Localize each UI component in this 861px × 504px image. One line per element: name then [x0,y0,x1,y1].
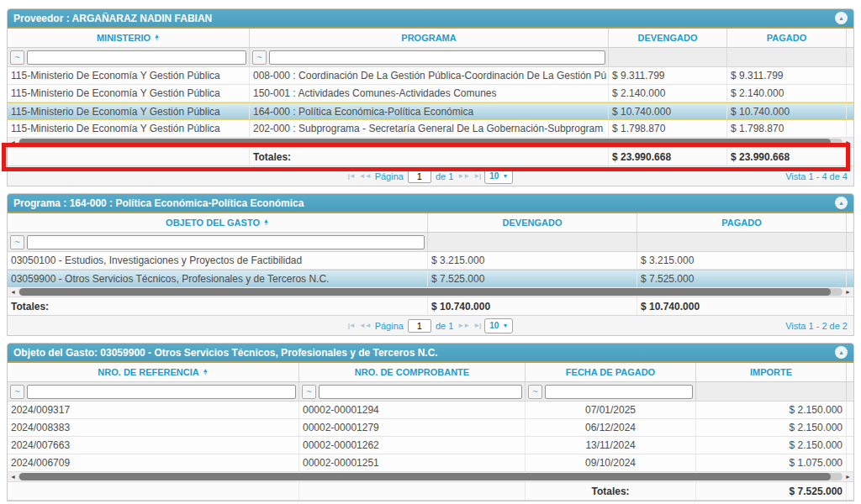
column-header-comprobante[interactable]: NRO. DE COMPROBANTE [299,363,526,381]
cell-pagado: $ 2.140.000 [727,85,847,102]
pager: |◄ ◄◄ Página de 1 ►► ►| 10 ▼ Vista 1 - 2… [8,316,853,335]
pager-page-label: Página [375,321,404,331]
pager-page-label: Página [375,171,404,181]
filter-input-programa[interactable] [269,50,605,65]
scrollbar-track[interactable] [18,288,843,296]
pager-prev-icon[interactable]: ◄◄ [359,322,371,329]
chevron-down-icon: ▼ [502,173,508,179]
panel-proveedor-titlebar: Proveedor : ARGAÑARAZ NADIN FABIAN ▲ [8,9,853,29]
cell-importe: $ 1.075.000 [696,454,847,471]
pager-page-size-select[interactable]: 10 ▼ [484,169,513,184]
filter-cell-pagado [727,48,847,66]
filter-row: ~ ~ ~ [8,382,853,402]
pager-page-input[interactable] [408,319,431,333]
scrollbar-left-arrow-icon[interactable]: ◄ [10,139,16,145]
filter-cell-referencia: ~ [8,382,299,401]
cell-devengado: $ 1.798.870 [609,120,727,137]
filter-input-referencia[interactable] [27,385,296,399]
scrollbar-left-arrow-icon[interactable]: ◄ [10,474,16,480]
pager-next-icon[interactable]: ►► [457,172,469,180]
cell-fecha: 13/11/2024 [526,437,696,454]
filter-input-fecha[interactable] [545,385,693,399]
scrollbar-right-arrow-icon[interactable]: ► [845,289,851,295]
cell-devengado: $ 10.740.000 [609,103,727,119]
scrollbar-thumb[interactable] [19,139,831,146]
column-header-objeto-del-gasto[interactable]: OBJETO DEL GASTO ▲▼ [8,213,428,232]
scrollbar-track[interactable] [18,473,843,480]
table-row[interactable]: 2024/009317 00002-00001294 07/01/2025 $ … [8,402,853,419]
column-header-devengado[interactable]: DEVENGADO [428,213,637,232]
table-row[interactable]: 03050100 - Estudios, Investigaciones y P… [8,252,853,270]
table-row-selected[interactable]: 03059900 - Otros Servicios Técnicos, Pro… [8,270,853,287]
filter-input-ministerio[interactable] [27,50,246,65]
totals-empty-cell [299,482,526,500]
chevron-down-icon: ▼ [502,323,508,328]
cell-referencia: 2024/006709 [8,454,299,471]
cell-fecha: 06/12/2024 [526,419,696,436]
column-header-label: DEVENGADO [638,33,698,43]
cell-objeto: 03059900 - Otros Servicios Técnicos, Pro… [8,270,428,286]
filter-operator-button[interactable]: ~ [10,50,24,65]
table-row[interactable]: 115-Ministerio De Economía Y Gestión Púb… [8,85,853,102]
cell-programa: 008-000 : Coordinación De La Gestión Púb… [250,67,609,84]
filter-operator-button[interactable]: ~ [252,50,267,65]
collapse-button[interactable]: ▲ [835,197,848,209]
scrollbar-right-arrow-icon[interactable]: ► [845,139,851,145]
horizontal-scrollbar[interactable]: ◄ ► [8,138,853,148]
filter-input-objeto[interactable] [27,235,425,249]
pager-page-input[interactable] [408,170,431,183]
pager-next-icon[interactable]: ►► [457,322,469,329]
table-row[interactable]: 2024/006709 00002-00001251 09/10/2024 $ … [8,454,853,472]
column-header-pagado[interactable]: PAGADO [637,213,847,232]
filter-input-comprobante[interactable] [319,385,522,399]
column-header-label: OBJETO DEL GASTO [166,218,260,228]
collapse-arrow-icon: ▲ [838,349,844,355]
pager-last-icon[interactable]: ►| [473,172,480,180]
totals-label: Totales: [8,297,428,315]
table-row[interactable]: 2024/007663 00002-00001262 13/11/2024 $ … [8,437,853,454]
column-header-label: PAGADO [767,33,806,43]
pager-first-icon[interactable]: |◄ [348,172,355,180]
cell-importe: $ 2.150.000 [696,437,847,454]
collapse-button[interactable]: ▲ [835,12,848,24]
pager-controls: |◄ ◄◄ Página de 1 ►► ►| 10 ▼ [348,169,514,184]
scrollbar-track[interactable] [18,139,843,146]
column-header-devengado[interactable]: DEVENGADO [609,29,727,47]
column-header-importe[interactable]: IMPORTE [696,363,847,381]
cell-devengado: $ 9.311.799 [609,67,727,84]
scrollbar-thumb[interactable] [19,473,831,480]
sort-icon: ▲▼ [203,369,209,376]
column-header-programa[interactable]: PROGRAMA [250,29,609,47]
panel-programa: Programa : 164-000 : Política Económica-… [7,193,854,336]
column-header-ministerio[interactable]: MINISTERIO ▲▼ [8,29,250,47]
cell-comprobante: 00002-00001251 [299,454,526,471]
pager-prev-icon[interactable]: ◄◄ [359,172,371,180]
horizontal-scrollbar[interactable]: ◄ ► [8,472,853,482]
table-row-selected[interactable]: 115-Ministerio De Economía Y Gestión Púb… [8,102,853,120]
table-row[interactable]: 115-Ministerio De Economía Y Gestión Púb… [8,120,853,138]
column-header-fecha-de-pagado[interactable]: FECHA DE PAGADO [526,363,696,381]
table-row[interactable]: 115-Ministerio De Economía Y Gestión Púb… [8,67,853,85]
filter-operator-button[interactable]: ~ [10,235,24,249]
panel-programa-title: Programa : 164-000 : Política Económica-… [13,197,835,209]
scrollbar-right-arrow-icon[interactable]: ► [845,474,851,480]
filter-row: ~ ~ [8,48,853,67]
pager-page-size-select[interactable]: 10 ▼ [484,318,513,333]
filter-operator-button[interactable]: ~ [302,385,316,399]
collapse-button[interactable]: ▲ [835,346,848,359]
filter-operator-button[interactable]: ~ [528,385,542,399]
pager-page-size-value: 10 [489,321,499,330]
table-row[interactable]: 2024/008383 00002-00001279 06/12/2024 $ … [8,419,853,437]
horizontal-scrollbar[interactable]: ◄ ► [8,287,853,297]
totals-pagado: $ 10.740.000 [637,297,847,315]
column-header-pagado[interactable]: PAGADO [727,29,847,47]
column-header-referencia[interactable]: NRO. DE REFERENCIA ▲▼ [8,363,299,381]
scrollbar-left-arrow-icon[interactable]: ◄ [10,289,16,295]
pager-last-icon[interactable]: ►| [473,322,480,329]
cell-devengado: $ 3.215.000 [428,252,637,269]
scrollbar-thumb[interactable] [19,288,831,296]
filter-operator-button[interactable]: ~ [10,385,24,399]
collapse-arrow-icon: ▲ [838,200,844,206]
pager-first-icon[interactable]: |◄ [348,322,355,329]
filter-cell-ministerio: ~ [8,48,250,66]
